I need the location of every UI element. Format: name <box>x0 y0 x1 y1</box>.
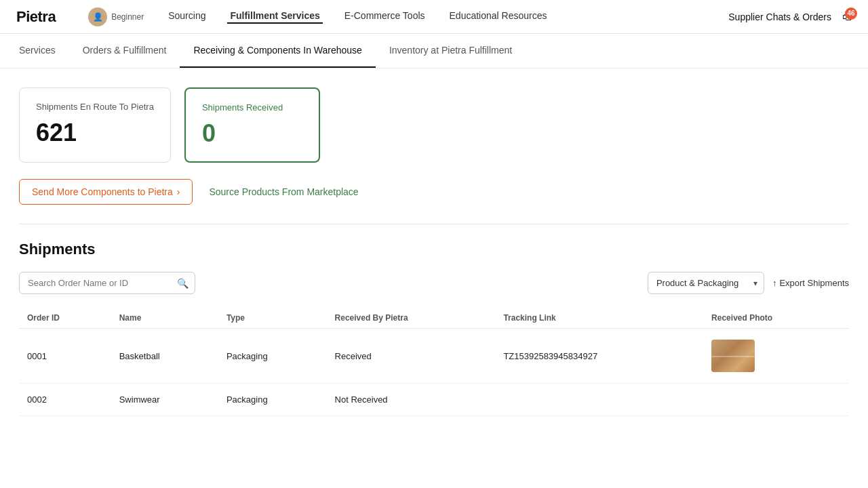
stat-cards: Shipments En Route To Pietra 621 Shipmen… <box>19 87 849 163</box>
cart-icon[interactable]: 🛍 46 <box>842 12 852 22</box>
nav-ecommerce-tools[interactable]: E-Commerce Tools <box>342 10 428 24</box>
export-icon: ↑ <box>772 278 777 288</box>
cell-received: Not Received <box>327 384 496 416</box>
filter-right: Product & Packaging ▾ ↑ Export Shipments <box>648 272 849 294</box>
cell-type: Packaging <box>218 384 327 416</box>
shipments-table: Order ID Name Type Received By Pietra Tr… <box>19 308 849 416</box>
received-value: 0 <box>202 119 302 148</box>
chevron-right-icon: › <box>177 186 180 197</box>
main-content: Shipments En Route To Pietra 621 Shipmen… <box>0 68 868 435</box>
col-name: Name <box>111 308 218 329</box>
col-order-id: Order ID <box>19 308 111 329</box>
col-received-by: Received By Pietra <box>327 308 496 329</box>
cell-received: Received <box>327 329 496 384</box>
shipments-title: Shipments <box>19 241 849 258</box>
avatar: 👤 <box>88 7 107 26</box>
export-label: Export Shipments <box>779 278 849 288</box>
product-packaging-filter[interactable]: Product & Packaging <box>648 272 764 294</box>
nav-sourcing[interactable]: Sourcing <box>165 10 208 24</box>
cell-photo <box>703 329 849 384</box>
stat-card-en-route: Shipments En Route To Pietra 621 <box>19 87 171 163</box>
user-info: 👤 Beginner <box>88 7 144 26</box>
nav-educational-resources[interactable]: Educational Resources <box>447 10 550 24</box>
cell-order-id: 0002 <box>19 384 111 416</box>
sub-nav: Services Orders & Fulfillment Receiving … <box>0 34 868 68</box>
send-label: Send More Components to Pietra <box>32 186 173 197</box>
send-components-button[interactable]: Send More Components to Pietra › <box>19 179 193 205</box>
filter-row: 🔍 Product & Packaging ▾ ↑ Export Shipmen… <box>19 272 849 294</box>
brand-logo: Pietra <box>16 8 56 26</box>
nav-fulfillment-services[interactable]: Fulfillment Services <box>227 10 322 24</box>
section-divider <box>19 224 849 224</box>
col-photo: Received Photo <box>703 308 849 329</box>
search-box: 🔍 <box>19 272 195 294</box>
received-label: Shipments Received <box>202 102 302 113</box>
table-row: 0002 Swimwear Packaging Not Received <box>19 384 849 416</box>
received-photo <box>711 340 755 372</box>
source-products-link[interactable]: Source Products From Marketplace <box>209 186 358 197</box>
cart-count: 46 <box>845 7 857 20</box>
cell-name: Basketball <box>111 329 218 384</box>
table-body: 0001 Basketball Packaging Received TZ153… <box>19 329 849 416</box>
col-type: Type <box>218 308 327 329</box>
search-icon: 🔍 <box>177 278 189 289</box>
table-header: Order ID Name Type Received By Pietra Tr… <box>19 308 849 329</box>
en-route-label: Shipments En Route To Pietra <box>36 102 154 112</box>
cell-tracking <box>495 384 703 416</box>
tab-receiving-components[interactable]: Receiving & Components In Warehouse <box>180 34 376 68</box>
cell-type: Packaging <box>218 329 327 384</box>
cell-tracking: TZ15392583945834927 <box>495 329 703 384</box>
filter-select-wrapper: Product & Packaging ▾ <box>648 272 764 294</box>
action-row: Send More Components to Pietra › Source … <box>19 179 849 205</box>
cell-photo <box>703 384 849 416</box>
en-route-value: 621 <box>36 119 154 147</box>
search-input[interactable] <box>19 272 195 294</box>
cell-order-id: 0001 <box>19 329 111 384</box>
nav-right: Supplier Chats & Orders 🛍 46 <box>728 12 852 22</box>
tab-orders-fulfillment[interactable]: Orders & Fulfillment <box>69 34 180 68</box>
export-shipments-button[interactable]: ↑ Export Shipments <box>772 278 849 288</box>
col-tracking: Tracking Link <box>495 308 703 329</box>
tab-services[interactable]: Services <box>16 34 69 68</box>
tab-inventory[interactable]: Inventory at Pietra Fulfillment <box>376 34 526 68</box>
cell-name: Swimwear <box>111 384 218 416</box>
stat-card-received: Shipments Received 0 <box>184 87 320 163</box>
top-nav: Pietra 👤 Beginner Sourcing Fulfillment S… <box>0 0 868 34</box>
supplier-chats-link[interactable]: Supplier Chats & Orders <box>728 12 831 22</box>
table-row: 0001 Basketball Packaging Received TZ153… <box>19 329 849 384</box>
nav-links: Sourcing Fulfillment Services E-Commerce… <box>165 10 707 24</box>
user-level: Beginner <box>111 12 144 22</box>
